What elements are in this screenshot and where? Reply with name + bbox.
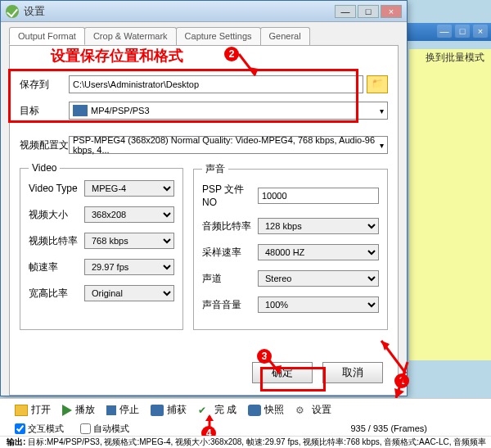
tab-crop-watermark[interactable]: Crop & Watermark — [84, 27, 177, 45]
target-label: 目标 — [20, 104, 69, 118]
cancel-button[interactable]: 取消 — [322, 362, 383, 383]
sample-rate-select[interactable]: 48000 HZ — [258, 244, 379, 260]
background-content — [409, 49, 491, 360]
play-button[interactable]: 播放 — [62, 403, 95, 417]
close-button[interactable]: × — [381, 5, 402, 18]
minimize-button[interactable]: — — [335, 5, 356, 18]
play-icon — [62, 405, 72, 416]
settings-dialog: 设置 — □ × Output Format Crop & Watermark … — [0, 0, 408, 396]
psp-fileno-input[interactable] — [258, 188, 379, 204]
annotation-2: 2 — [224, 47, 239, 61]
sample-rate-label: 采样速率 — [202, 246, 258, 260]
save-to-label: 保存到 — [20, 78, 69, 92]
video-aspect-label: 宽高比率 — [29, 287, 84, 301]
snapshot-icon — [248, 405, 261, 416]
app-icon — [6, 5, 19, 18]
tab-general[interactable]: General — [260, 27, 310, 45]
volume-label: 声音音量 — [202, 298, 258, 312]
output-bar: 输出: 目标:MP4/PSP/PS3, 视频格式:MPEG-4, 视频大小:36… — [0, 436, 491, 448]
target-row: 目标 MP4/PSP/PS3 ▾ — [20, 102, 388, 120]
titlebar: 设置 — □ × — [1, 1, 407, 22]
folder-icon — [15, 405, 28, 416]
save-path-input[interactable] — [69, 75, 363, 93]
profile-value: PSP-MPEG4 (368x208) Normal Quality: Vide… — [73, 135, 380, 155]
volume-select[interactable]: 100% — [258, 296, 379, 313]
save-to-row: 保存到 — [20, 75, 388, 93]
output-text: 目标:MP4/PSP/PS3, 视频格式:MPEG-4, 视频大小:368x20… — [28, 437, 486, 446]
target-combo[interactable]: MP4/PSP/PS3 ▾ — [69, 102, 388, 120]
svg-line-4 — [381, 341, 406, 373]
video-fieldset: Video Video TypeMPEG-4 视频大小368x208 视频比特率… — [20, 162, 183, 330]
annotation-1: 1 — [394, 373, 409, 388]
video-type-label: Video Type — [29, 183, 84, 194]
audio-bitrate-select[interactable]: 128 kbps — [258, 218, 379, 234]
video-fps-label: 帧速率 — [29, 260, 84, 274]
output-label: 输出: — [7, 437, 25, 446]
channel-select[interactable]: Stereo — [258, 270, 379, 287]
chevron-down-icon: ▾ — [380, 106, 384, 115]
done-button[interactable]: ✔完 成 — [198, 403, 236, 417]
video-size-select[interactable]: 368x208 — [84, 206, 174, 223]
stop-icon — [106, 405, 116, 415]
profile-combo[interactable]: PSP-MPEG4 (368x208) Normal Quality: Vide… — [69, 136, 388, 154]
interactive-mode-checkbox[interactable]: 交互模式 — [15, 423, 64, 435]
target-format-icon — [73, 105, 88, 116]
bg-maximize-button[interactable]: □ — [455, 25, 470, 38]
profile-row: 视频配置文 PSP-MPEG4 (368x208) Normal Quality… — [20, 136, 388, 154]
auto-mode-checkbox[interactable]: 自动模式 — [80, 423, 129, 435]
chevron-down-icon: ▾ — [380, 141, 384, 150]
video-bitrate-select[interactable]: 768 kbps — [84, 233, 174, 249]
tab-output-format[interactable]: Output Format — [9, 27, 85, 45]
bg-close-button[interactable]: × — [473, 25, 488, 38]
bg-minimize-button[interactable]: — — [437, 25, 452, 38]
tabs: Output Format Crop & Watermark Capture S… — [1, 22, 407, 45]
target-value: MP4/PSP/PS3 — [91, 106, 150, 115]
audio-fieldset: 声音 PSP 文件NO 音频比特率128 kbps 采样速率48000 HZ 声… — [193, 162, 388, 330]
tab-body: 设置保存位置和格式 保存到 目标 MP4/PSP/PS3 ▾ 视频配置文 PSP… — [9, 45, 399, 396]
audio-legend: 声音 — [202, 162, 228, 176]
video-size-label: 视频大小 — [29, 208, 84, 222]
status-row: 交互模式 自动模式 935 / 935 (Frames) — [0, 421, 491, 436]
tab-capture-settings[interactable]: Capture Settings — [176, 27, 261, 45]
video-fps-select[interactable]: 29.97 fps — [84, 259, 174, 275]
camera-icon — [151, 405, 164, 416]
bottom-toolbar: 打开 播放 停止 捕获 ✔完 成 快照 ⚙设置 — [0, 398, 491, 421]
check-icon: ✔ — [198, 405, 211, 416]
dialog-title: 设置 — [24, 4, 335, 19]
browse-button[interactable] — [367, 75, 388, 93]
video-type-select[interactable]: MPEG-4 — [84, 180, 174, 197]
psp-fileno-label: PSP 文件NO — [202, 183, 258, 208]
frames-status: 935 / 935 (Frames) — [350, 423, 427, 433]
annotation-3: 3 — [257, 349, 272, 364]
batch-mode-label[interactable]: 换到批量模式 — [426, 51, 484, 65]
annotation-text: 设置保存位置和格式 — [51, 46, 183, 66]
stop-button[interactable]: 停止 — [106, 403, 139, 417]
maximize-button[interactable]: □ — [358, 5, 379, 18]
capture-button[interactable]: 捕获 — [151, 403, 187, 417]
open-button[interactable]: 打开 — [15, 403, 51, 417]
ok-button[interactable]: 确定 — [252, 362, 313, 383]
channel-label: 声道 — [202, 272, 258, 286]
gear-icon: ⚙ — [295, 405, 309, 416]
video-legend: Video — [29, 162, 60, 174]
video-aspect-select[interactable]: Original — [84, 285, 174, 301]
svg-marker-5 — [381, 341, 390, 351]
profile-label: 视频配置文 — [20, 138, 69, 152]
background-window-titlebar: — □ × — [393, 23, 491, 41]
video-bitrate-label: 视频比特率 — [29, 234, 84, 248]
settings-button[interactable]: ⚙设置 — [295, 403, 331, 417]
dialog-buttons: 确定 取消 — [252, 362, 383, 383]
snapshot-button[interactable]: 快照 — [248, 403, 284, 417]
audio-bitrate-label: 音频比特率 — [202, 219, 258, 233]
